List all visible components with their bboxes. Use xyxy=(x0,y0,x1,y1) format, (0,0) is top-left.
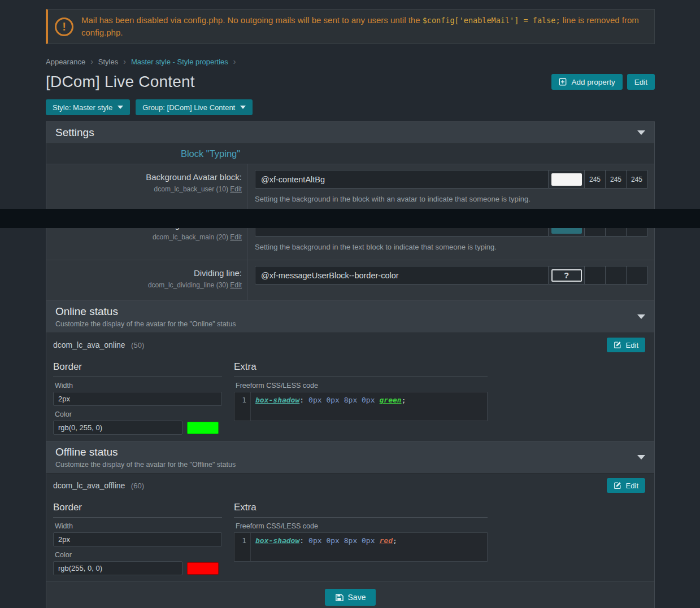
edit-page-label: Edit xyxy=(634,78,647,86)
edit-page-button[interactable]: Edit xyxy=(627,74,655,90)
alert-code-snippet: $config['enableMail'] = false; xyxy=(423,16,560,25)
freeform-css-label: Freeform CSS/LESS code xyxy=(236,382,488,390)
page-title: [DCom] Live Content xyxy=(46,73,195,91)
setting-edit-link[interactable]: Edit xyxy=(230,233,242,241)
color-swatch-cell[interactable] xyxy=(549,170,585,189)
css-property-token: box-shadow xyxy=(255,396,299,404)
rgb-blue-cell: 245 xyxy=(627,170,647,189)
offline-status-body: dcom_lc_ava_offline (60) Edit Border Wid… xyxy=(46,474,654,582)
border-color-input[interactable] xyxy=(53,561,182,575)
rgb-green-cell xyxy=(606,266,627,285)
save-button[interactable]: Save xyxy=(325,589,376,606)
setting-description: Setting the background in the block with… xyxy=(255,194,647,204)
extra-group-heading: Extra xyxy=(234,502,488,518)
dark-overlay-band xyxy=(0,209,700,228)
offline-status-section-header[interactable]: Offline status Customize the display of … xyxy=(46,441,654,474)
css-values-token: 0px 0px 8px 0px xyxy=(308,536,375,545)
border-group-heading: Border xyxy=(53,361,222,377)
breadcrumb: Appearance › Styles › Master style - Sty… xyxy=(46,57,655,66)
setting-label: Background Avatar block: xyxy=(55,172,242,182)
rgb-blue-cell xyxy=(627,266,647,285)
alert-text-before: Mail has been disabled via config.php. N… xyxy=(81,15,423,25)
css-code-editor[interactable]: 1 box-shadow:0px 0px 8px 0pxred; xyxy=(234,532,488,562)
border-group-heading: Border xyxy=(53,502,222,518)
group-dropdown[interactable]: Group: [DCom] Live Content xyxy=(136,99,253,115)
border-color-input[interactable] xyxy=(53,421,182,435)
edit-pencil-icon xyxy=(614,341,621,349)
block-typing-header: Block "Typing" xyxy=(46,144,654,164)
breadcrumb-separator: › xyxy=(123,57,126,66)
line-number: 1 xyxy=(234,533,251,561)
property-order: (60) xyxy=(131,482,144,490)
border-width-input[interactable] xyxy=(53,392,222,406)
save-label: Save xyxy=(348,593,366,602)
setting-row-dividing-line: Dividing line: dcom_lc_dividing_line (30… xyxy=(46,260,654,301)
add-property-label: Add property xyxy=(571,78,615,86)
edit-online-label: Edit xyxy=(626,341,638,349)
admin-page: ! Mail has been disabled via config.php.… xyxy=(46,9,655,608)
css-values-token: 0px 0px 8px 0px xyxy=(308,396,375,404)
add-property-icon xyxy=(559,78,567,86)
property-name: dcom_lc_ava_offline xyxy=(53,481,125,490)
css-code-editor[interactable]: 1 box-shadow:0px 0px 8px 0pxgreen; xyxy=(234,392,488,421)
breadcrumb-master-style[interactable]: Master style - Style properties xyxy=(131,58,228,66)
setting-edit-link[interactable]: Edit xyxy=(230,185,242,193)
online-status-section-header[interactable]: Online status Customize the display of t… xyxy=(46,301,654,333)
edit-offline-property-button[interactable]: Edit xyxy=(607,478,645,493)
color-swatch-cell[interactable]: ? xyxy=(549,266,585,285)
collapse-chevron-icon[interactable] xyxy=(637,314,645,319)
setting-label: Dividing line: xyxy=(55,268,242,278)
rgb-red-cell xyxy=(585,266,606,285)
value-input[interactable] xyxy=(255,170,549,189)
unknown-color-swatch[interactable]: ? xyxy=(551,269,582,282)
code-line: box-shadow:0px 0px 8px 0pxgreen; xyxy=(251,392,406,421)
settings-section-title: Settings xyxy=(55,126,94,139)
settings-section-header[interactable]: Settings xyxy=(46,122,654,144)
breadcrumb-separator: › xyxy=(233,57,236,66)
edit-pencil-icon xyxy=(614,482,621,489)
css-property-token: box-shadow xyxy=(255,536,299,545)
mail-disabled-alert: ! Mail has been disabled via config.php.… xyxy=(46,9,655,44)
save-icon xyxy=(335,593,344,602)
code-line: box-shadow:0px 0px 8px 0pxred; xyxy=(251,533,397,561)
style-dropdown[interactable]: Style: Master style xyxy=(46,99,130,115)
group-dropdown-label: Group: [DCom] Live Content xyxy=(142,103,235,112)
setting-edit-link[interactable]: Edit xyxy=(230,281,242,289)
css-keyword-token: green xyxy=(380,396,402,404)
breadcrumb-styles[interactable]: Styles xyxy=(98,58,118,66)
panel-footer: Save xyxy=(46,582,654,608)
setting-row-background-avatar: Background Avatar block: dcom_lc_back_us… xyxy=(46,164,654,212)
block-typing-label: Block "Typing" xyxy=(46,148,375,159)
extra-group-heading: Extra xyxy=(234,361,488,377)
add-property-button[interactable]: Add property xyxy=(551,74,622,90)
collapse-chevron-icon[interactable] xyxy=(637,455,645,460)
breadcrumb-separator: › xyxy=(90,57,93,66)
filter-row: Style: Master style Group: [DCom] Live C… xyxy=(46,99,655,115)
rgb-green-cell: 245 xyxy=(606,170,627,189)
property-name: dcom_lc_ava_online xyxy=(53,340,125,349)
setting-meta: dcom_lc_back_user (10) xyxy=(154,185,228,193)
freeform-css-label: Freeform CSS/LESS code xyxy=(236,522,488,530)
property-order: (50) xyxy=(131,341,144,349)
setting-description: Setting the background in the text block… xyxy=(255,242,647,252)
online-status-subtitle: Customize the display of the avatar for … xyxy=(55,320,236,328)
border-width-input[interactable] xyxy=(53,532,222,546)
color-swatch[interactable] xyxy=(551,173,582,186)
style-dropdown-label: Style: Master style xyxy=(53,103,112,112)
width-label: Width xyxy=(55,382,222,390)
value-input[interactable] xyxy=(255,266,549,285)
alert-message: Mail has been disabled via config.php. N… xyxy=(81,14,645,39)
border-color-swatch[interactable] xyxy=(187,422,219,434)
css-keyword-token: red xyxy=(380,536,393,545)
collapse-chevron-icon[interactable] xyxy=(637,130,645,135)
online-status-title: Online status xyxy=(55,305,236,318)
edit-online-property-button[interactable]: Edit xyxy=(607,338,645,352)
offline-status-title: Offline status xyxy=(55,446,236,458)
warning-icon: ! xyxy=(55,18,73,36)
line-number: 1 xyxy=(234,392,251,421)
setting-meta: dcom_lc_back_main (20) xyxy=(153,233,228,241)
breadcrumb-appearance[interactable]: Appearance xyxy=(46,58,85,66)
style-properties-panel: Settings Block "Typing" Background Avata… xyxy=(46,121,655,608)
border-color-swatch[interactable] xyxy=(187,562,219,575)
setting-meta: dcom_lc_dividing_line (30) xyxy=(148,281,228,289)
